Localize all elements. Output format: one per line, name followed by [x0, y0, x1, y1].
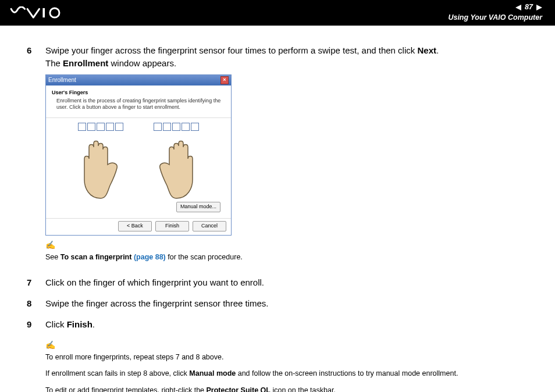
step-bold: Finish	[67, 319, 92, 329]
step-9: 9 Click Finish.	[27, 318, 528, 331]
para-bold: Manual mode	[189, 369, 236, 377]
step-number: 7	[27, 276, 35, 289]
step-6: 6 Swipe your finger across the fingerpri…	[27, 44, 528, 268]
dialog-title: Enrollment	[48, 76, 76, 85]
svg-rect-0	[42, 8, 45, 17]
step-number: 9	[27, 318, 35, 331]
right-hand-block	[147, 123, 205, 199]
note-text: for the scan procedure.	[166, 253, 243, 261]
step-bold: Next	[417, 45, 436, 55]
note-icon: ✍	[45, 339, 528, 351]
step-8: 8 Swipe the finger across the fingerprin…	[27, 297, 528, 310]
note-bold: To scan a fingerprint	[61, 253, 134, 261]
step-text: Swipe the finger across the fingerprint …	[45, 297, 528, 310]
dialog-heading: User's Fingers	[52, 89, 225, 97]
protector-paragraph: To edit or add fingerprint templates, ri…	[45, 385, 528, 392]
header-bar: 87 Using Your VAIO Computer	[0, 0, 555, 26]
step-number: 8	[27, 297, 35, 310]
enrollment-dialog: Enrollment × User's Fingers Enrollment i…	[45, 74, 232, 236]
step-text: .	[92, 319, 95, 329]
note-icon: ✍	[45, 239, 528, 251]
para-text: If enrollment scan fails in step 8 above…	[45, 369, 189, 377]
section-title: Using Your VAIO Computer	[448, 13, 542, 23]
step-bold: Enrollment	[63, 58, 108, 68]
step-text: Click	[45, 319, 67, 329]
para-bold: Protector Suite QL	[207, 386, 271, 392]
step-text: The	[45, 58, 63, 68]
page-nav: 87	[515, 3, 542, 12]
step-text: Click on the finger of which fingerprint…	[45, 276, 528, 289]
vaio-logo	[8, 6, 72, 19]
finish-button[interactable]: Finish	[155, 221, 189, 231]
right-hand-icon	[147, 130, 205, 199]
close-icon[interactable]: ×	[220, 76, 229, 84]
left-hand-block	[72, 123, 130, 199]
note-text: See	[45, 253, 61, 261]
dialog-titlebar: Enrollment ×	[46, 75, 231, 86]
note-2: ✍ To enroll more fingerprints, repeat st…	[45, 339, 528, 363]
hands-area: Manual mode...	[46, 117, 231, 218]
step-7: 7 Click on the finger of which fingerpri…	[27, 276, 528, 289]
step-text: .	[436, 45, 439, 55]
cancel-button[interactable]: Cancel	[193, 221, 226, 231]
left-hand-icon	[72, 130, 130, 199]
header-right: 87 Using Your VAIO Computer	[448, 3, 542, 22]
prev-page-arrow-icon[interactable]	[515, 5, 521, 10]
dialog-description: Enrollment is the process of creating fi…	[52, 98, 225, 111]
para-text: and follow the on-screen instructions to…	[236, 369, 458, 377]
note-1: ✍ See To scan a fingerprint (page 88) fo…	[45, 239, 528, 263]
step-text: Swipe your finger across the fingerprint…	[45, 45, 417, 55]
page-number: 87	[525, 3, 533, 12]
steps-list: 6 Swipe your finger across the fingerpri…	[27, 44, 528, 331]
note-line: To enroll more fingerprints, repeat step…	[45, 352, 528, 363]
para-text: icon on the taskbar.	[271, 386, 336, 392]
svg-point-1	[50, 8, 59, 17]
next-page-arrow-icon[interactable]	[536, 5, 542, 10]
page-link[interactable]: (page 88)	[134, 253, 166, 261]
page-content: 6 Swipe your finger across the fingerpri…	[0, 26, 555, 392]
back-button[interactable]: < Back	[118, 221, 152, 231]
manual-mode-button[interactable]: Manual mode...	[176, 202, 220, 212]
manual-mode-paragraph: If enrollment scan fails in step 8 above…	[45, 368, 528, 379]
para-text: To edit or add fingerprint templates, ri…	[45, 386, 207, 392]
step-number: 6	[27, 44, 35, 268]
step-text: window appears.	[108, 58, 176, 68]
